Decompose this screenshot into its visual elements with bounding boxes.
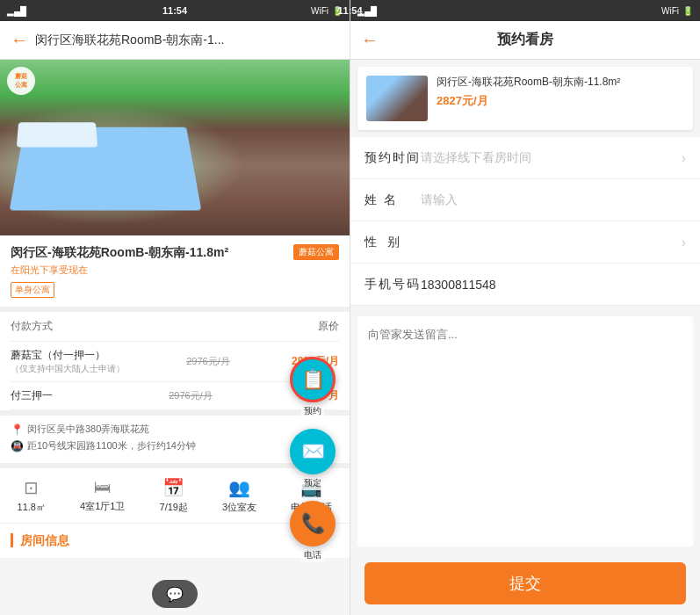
gender-arrow-icon	[682, 235, 686, 250]
area-value: 11.8㎡	[18, 501, 46, 514]
mushroom-logo: 蘑菇公寓	[7, 67, 35, 95]
fab-book-label: 预约	[301, 404, 324, 418]
room-image: 蘑菇公寓	[0, 60, 350, 235]
roommates-value: 3位室友	[222, 501, 256, 514]
fab-book-button[interactable]: 📋	[290, 357, 336, 402]
left-status-bar: ▂▄█ 11:54 WiFi 🔋	[0, 0, 350, 21]
booking-details: 闵行区-海联花苑RoomB-朝东南-11.8m² 2827元/月	[437, 76, 620, 121]
booking-thumbnail	[366, 76, 428, 121]
form-row-time[interactable]: 预约时间 请选择线下看房时间	[350, 137, 700, 179]
date-icon: 📅	[162, 477, 184, 498]
right-status-icons: WiFi 🔋	[661, 6, 693, 16]
roommates-icon: 👥	[228, 477, 250, 498]
form-row-phone[interactable]: 手机号码 18300811548	[350, 264, 700, 306]
name-value: 请输入	[421, 192, 686, 208]
subway-icon: 🚇	[11, 440, 24, 452]
feature-roommates: 👥 3位室友	[222, 477, 256, 514]
form-section: 预约时间 请选择线下看房时间 姓 名 请输入 性 别 手机号码 18300811…	[350, 137, 700, 306]
sunshine-text: 在阳光下享受现在	[11, 264, 339, 277]
price-table-header: 付款方式 原价	[11, 312, 339, 342]
room-name-row: 闵行区-海联花苑RoomB-朝东南-11.8m² 蘑菇公寓	[11, 244, 339, 260]
fab-reserve-item[interactable]: ✉️ 预定	[290, 429, 336, 490]
left-panel: ▂▄█ 11:54 WiFi 🔋 闵行区海联花苑RoomB-朝东南-1... 蘑…	[0, 0, 350, 615]
fab-reserve-label: 预定	[301, 476, 324, 490]
gender-label: 性 别	[364, 235, 421, 250]
tags-row: 单身公寓	[11, 282, 339, 298]
right-panel: ▂▄█ 11:54 WiFi 🔋 预约看房 闵行区-海联花苑RoomB-朝东南-…	[350, 0, 700, 615]
feature-rooms: 🛏 4室1厅1卫	[80, 477, 125, 514]
booking-price: 2827元/月	[437, 93, 620, 109]
phone-value: 18300811548	[421, 278, 686, 292]
fab-call-icon: 📞	[301, 512, 325, 535]
row2-original: 2976元/月	[169, 389, 213, 402]
room-image-inner	[0, 60, 350, 235]
room-name: 闵行区-海联花苑RoomB-朝东南-11.8m²	[11, 244, 286, 260]
booking-card: 闵行区-海联花苑RoomB-朝东南-11.8m² 2827元/月	[357, 67, 693, 130]
message-input[interactable]	[357, 316, 693, 422]
row1-sub: （仅支持中国大陆人士申请）	[11, 363, 125, 375]
message-area	[357, 316, 693, 546]
booking-thumb-inner	[366, 76, 428, 121]
fab-call-item[interactable]: 📞 电话	[290, 501, 336, 562]
area-icon: ⊡	[24, 477, 39, 498]
original-price-label: 原价	[318, 319, 339, 334]
right-battery-icon: 🔋	[682, 6, 693, 16]
rooms-value: 4室1厅1卫	[80, 500, 125, 513]
form-row-name[interactable]: 姓 名 请输入	[350, 179, 700, 221]
fab-call-label: 电话	[301, 548, 324, 562]
rooms-icon: 🛏	[94, 477, 112, 497]
row1-label: 蘑菇宝（付一押一）	[11, 348, 125, 363]
fab-call-button[interactable]: 📞	[290, 501, 336, 546]
name-label: 姓 名	[364, 192, 421, 208]
mushroom-logo-text: 蘑菇公寓	[15, 72, 27, 90]
left-page-title: 闵行区海联花苑RoomB-朝东南-1...	[35, 33, 339, 48]
payment-method-label: 付款方式	[11, 319, 53, 334]
phone-label: 手机号码	[364, 277, 421, 293]
right-wifi-icon: WiFi	[661, 6, 679, 16]
location-text-1: 闵行区吴中路380弄海联花苑	[27, 423, 149, 436]
room-section-title: 房间信息	[11, 533, 69, 547]
fab-book-icon: 📋	[301, 368, 325, 391]
time-value: 请选择线下看房时间	[421, 150, 682, 166]
submit-label: 提交	[509, 573, 541, 594]
chat-icon: 💬	[166, 586, 184, 603]
right-top-bar: 预约看房	[350, 21, 700, 60]
right-back-button[interactable]	[361, 30, 379, 50]
date-value: 7/19起	[160, 501, 188, 514]
time-label: 预约时间	[364, 150, 421, 166]
row1-original: 2976元/月	[186, 355, 230, 368]
tag-single: 单身公寓	[11, 282, 54, 298]
bed-pillow	[17, 122, 97, 147]
fab-book-item[interactable]: 📋 预约	[290, 357, 336, 418]
left-back-button[interactable]	[11, 30, 28, 50]
time-arrow-icon	[682, 150, 686, 166]
left-signal-icon: ▂▄█	[7, 6, 26, 16]
mushroom-brand-tag: 蘑菇公寓	[293, 244, 339, 260]
form-row-gender[interactable]: 性 别	[350, 221, 700, 264]
fab-container: 📋 预约 ✉️ 预定 📞 电话	[290, 357, 336, 562]
fab-reserve-icon: ✉️	[301, 440, 325, 463]
submit-area: 提交	[350, 552, 700, 615]
price-label-1: 蘑菇宝（付一押一） （仅支持中国大陆人士申请）	[11, 348, 125, 375]
row2-label: 付三押一	[11, 388, 53, 403]
left-wifi-icon: WiFi	[311, 6, 328, 16]
right-time: 11:54	[337, 5, 362, 16]
right-page-title: 预约看房	[497, 31, 553, 49]
booking-name: 闵行区-海联花苑RoomB-朝东南-11.8m²	[437, 76, 620, 90]
left-top-bar: 闵行区海联花苑RoomB-朝东南-1...	[0, 21, 350, 60]
feature-date: 📅 7/19起	[160, 477, 188, 514]
location-text-2: 距10号线宋园路1100米，步行约14分钟	[27, 439, 196, 452]
right-status-bar: ▂▄█ 11:54 WiFi 🔋	[350, 0, 700, 21]
bottom-chat-button[interactable]: 💬	[152, 580, 198, 608]
submit-button[interactable]: 提交	[364, 562, 686, 604]
location-pin-icon: 📍	[11, 423, 24, 436]
room-info-card: 闵行区-海联花苑RoomB-朝东南-11.8m² 蘑菇公寓 在阳光下享受现在 单…	[0, 235, 350, 312]
fab-reserve-button[interactable]: ✉️	[290, 429, 336, 474]
left-time: 11:54	[162, 5, 187, 16]
feature-area: ⊡ 11.8㎡	[18, 477, 46, 514]
left-status-left: ▂▄█	[7, 6, 26, 16]
